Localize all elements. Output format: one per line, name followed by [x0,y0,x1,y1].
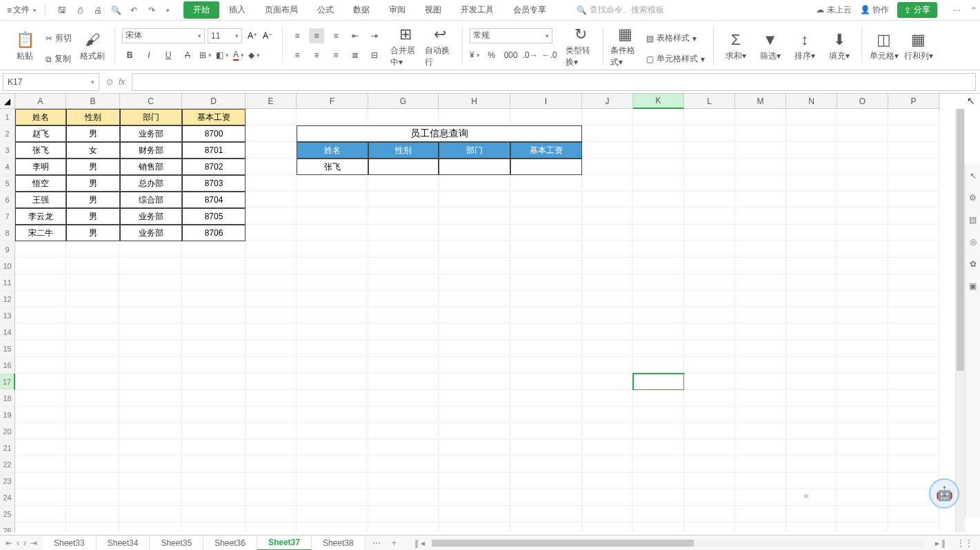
cell[interactable] [633,175,684,192]
cursor-icon[interactable]: ↖ [970,171,977,181]
cell[interactable] [684,407,735,423]
cell[interactable] [439,473,510,489]
cell[interactable] [246,274,297,291]
cell[interactable] [786,324,837,340]
cell[interactable] [15,506,66,522]
cell[interactable] [837,225,888,241]
cell[interactable] [735,489,786,506]
cut-button[interactable]: ✂剪切 [44,30,73,47]
cell[interactable] [786,307,837,324]
cell[interactable] [439,522,510,532]
cell[interactable] [735,340,786,357]
cell[interactable]: 业务部 [120,208,182,225]
row-header-26[interactable]: 26 [0,522,15,532]
cell[interactable] [633,225,684,241]
cell[interactable] [786,125,837,142]
settings-icon[interactable]: ⚙ [969,193,977,203]
cell[interactable] [582,374,633,390]
cell[interactable] [582,456,633,473]
panel-icon[interactable]: ▤ [969,215,977,225]
cell[interactable]: 综合部 [120,192,182,208]
cell[interactable] [633,440,684,456]
zoom-fit-icon[interactable]: ⊙ [106,77,113,87]
cell[interactable] [246,489,297,506]
cell[interactable] [582,340,633,357]
cell[interactable] [368,208,439,225]
sheet-tab-Sheet33[interactable]: Sheet33 [43,536,97,550]
cell[interactable] [66,374,120,390]
cell[interactable] [684,307,735,324]
cell[interactable] [633,522,684,532]
row-header-13[interactable]: 13 [0,307,15,324]
increase-indent-icon[interactable]: ⇥ [367,28,382,43]
cell[interactable] [633,258,684,274]
format-painter-button[interactable]: 🖌 格式刷 [77,26,108,68]
scroll-thumb[interactable] [957,109,964,371]
cell[interactable] [786,473,837,489]
cell[interactable] [246,440,297,456]
cell[interactable] [786,241,837,258]
cell[interactable] [15,324,66,340]
row-header-4[interactable]: 4 [0,159,15,175]
cell[interactable] [735,407,786,423]
command-search[interactable]: 🔍 查找命令、搜索模板 [577,4,664,16]
italic-button[interactable]: I [141,48,157,63]
cell[interactable] [837,241,888,258]
cell[interactable] [120,440,182,456]
cell[interactable] [510,374,582,390]
cell[interactable] [15,274,66,291]
cell[interactable] [684,109,735,125]
print-icon[interactable]: 🖨 [92,5,103,16]
cell[interactable] [684,324,735,340]
cell[interactable] [633,241,684,258]
cell[interactable] [684,175,735,192]
cell[interactable] [368,291,439,307]
cell[interactable] [439,192,510,208]
cell[interactable] [786,423,837,440]
cell[interactable] [633,473,684,489]
formula-input[interactable] [132,73,976,91]
tab-home[interactable]: 开始 [183,1,219,19]
cell[interactable] [633,489,684,506]
cell[interactable] [15,374,66,390]
cell[interactable] [786,456,837,473]
cell[interactable] [633,456,684,473]
cell[interactable] [246,241,297,258]
cell[interactable] [888,208,939,225]
cell[interactable] [246,324,297,340]
cell[interactable] [368,258,439,274]
col-header-F[interactable]: F [297,94,368,109]
cell[interactable] [368,390,439,407]
cell[interactable] [66,307,120,324]
cell[interactable] [633,390,684,407]
cell[interactable] [837,407,888,423]
cell[interactable] [684,357,735,374]
cell[interactable] [297,407,368,423]
sheet-tab-Sheet36[interactable]: Sheet36 [203,536,257,550]
cell[interactable] [837,440,888,456]
cell[interactable] [66,440,120,456]
cell[interactable] [297,390,368,407]
cell[interactable] [786,274,837,291]
cell[interactable] [297,208,368,225]
cell[interactable] [368,506,439,522]
row-header-21[interactable]: 21 [0,440,15,456]
sort-button[interactable]: ↕排序▾ [790,26,820,68]
cell[interactable]: 李明 [15,159,66,175]
cell[interactable] [182,473,246,489]
cell[interactable]: 李云龙 [15,208,66,225]
cell[interactable] [888,423,939,440]
name-box[interactable]: K17▾ [3,73,99,91]
tab-formulas[interactable]: 公式 [308,1,343,19]
cell[interactable]: 姓名 [15,109,66,125]
distribute-icon[interactable]: ⊟ [367,48,382,63]
cell[interactable] [582,390,633,407]
cell[interactable] [582,357,633,374]
cell[interactable] [439,407,510,423]
cell[interactable] [735,506,786,522]
cell-style-button[interactable]: ▢单元格样式▾ [645,51,706,68]
col-header-K[interactable]: K [633,94,684,109]
cell[interactable] [786,258,837,274]
cell[interactable] [510,473,582,489]
cell[interactable] [66,324,120,340]
